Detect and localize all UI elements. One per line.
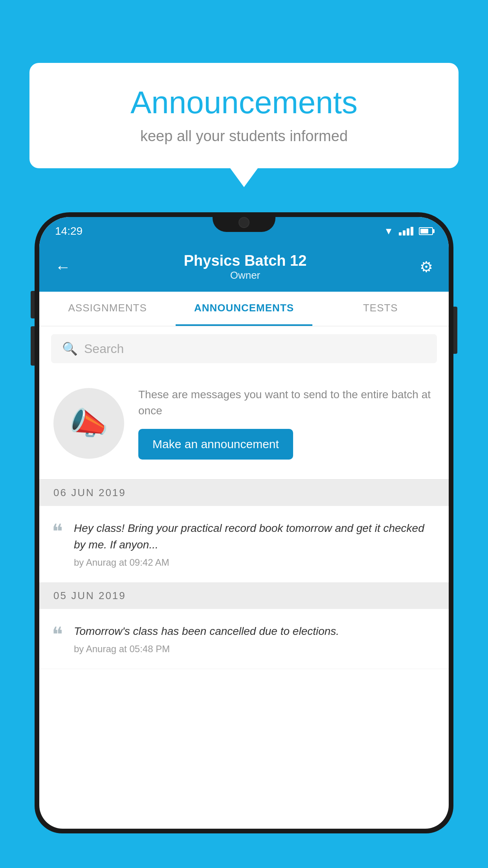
phone-mockup: 14:29 ▼ ← Phys [35,212,453,868]
announcement-text-1: Hey class! Bring your practical record b… [74,520,435,553]
announcement-meta-1: by Anurag at 09:42 AM [74,557,435,568]
bubble-subtitle: keep all your students informed [53,128,435,145]
role-label: Owner [184,269,307,281]
make-announcement-button[interactable]: Make an announcement [138,429,293,460]
search-container: 🔍 Search [39,326,449,371]
signal-bar-1 [399,232,402,235]
announcement-item-2[interactable]: ❝ Tomorrow's class has been cancelled du… [39,609,449,669]
announcement-content-1: Hey class! Bring your practical record b… [74,520,435,568]
phone-notch [213,212,275,232]
battery-fill [420,229,428,234]
header-title-block: Physics Batch 12 Owner [184,252,307,281]
quote-icon-1: ❝ [52,522,63,568]
phone-screen: 14:29 ▼ ← Phys [39,217,449,829]
promo-description: These are messages you want to send to t… [138,387,435,419]
volume-up-button [31,291,35,318]
volume-down-button [31,326,35,366]
wifi-icon: ▼ [384,226,393,237]
quote-icon-2: ❝ [52,625,63,655]
app-header: ← Physics Batch 12 Owner ⚙ [39,244,449,292]
bubble-title: Announcements [53,85,435,121]
speech-bubble: Announcements keep all your students inf… [29,63,459,168]
megaphone-icon: 📣 [69,405,108,442]
announcement-content-2: Tomorrow's class has been cancelled due … [74,623,435,655]
signal-bars-icon [399,227,413,235]
search-placeholder: Search [84,342,124,356]
phone-outer: 14:29 ▼ ← Phys [35,212,453,833]
promo-right: These are messages you want to send to t… [138,387,435,460]
speech-bubble-container: Announcements keep all your students inf… [29,63,459,168]
search-bar[interactable]: 🔍 Search [51,334,437,363]
tab-bar: ASSIGNMENTS ANNOUNCEMENTS TESTS [39,292,449,326]
battery-icon [419,227,433,235]
date-divider-1: 06 JUN 2019 [39,480,449,506]
status-icons: ▼ [384,226,433,237]
announcement-text-2: Tomorrow's class has been cancelled due … [74,623,435,640]
tab-tests[interactable]: TESTS [312,292,449,326]
search-icon: 🔍 [62,341,78,356]
date-divider-2: 05 JUN 2019 [39,583,449,609]
power-button [453,307,457,354]
signal-bar-3 [407,228,409,235]
back-button[interactable]: ← [55,258,71,276]
status-time: 14:29 [55,225,83,237]
announcement-meta-2: by Anurag at 05:48 PM [74,644,435,655]
signal-bar-4 [411,227,413,235]
tab-announcements[interactable]: ANNOUNCEMENTS [176,292,312,326]
settings-icon[interactable]: ⚙ [420,258,433,276]
signal-bar-2 [403,230,405,235]
phone-camera [238,217,250,228]
batch-title: Physics Batch 12 [184,252,307,269]
announcement-icon-circle: 📣 [53,388,124,459]
tab-assignments[interactable]: ASSIGNMENTS [39,292,176,326]
promo-block: 📣 These are messages you want to send to… [39,371,449,480]
announcement-item-1[interactable]: ❝ Hey class! Bring your practical record… [39,506,449,583]
